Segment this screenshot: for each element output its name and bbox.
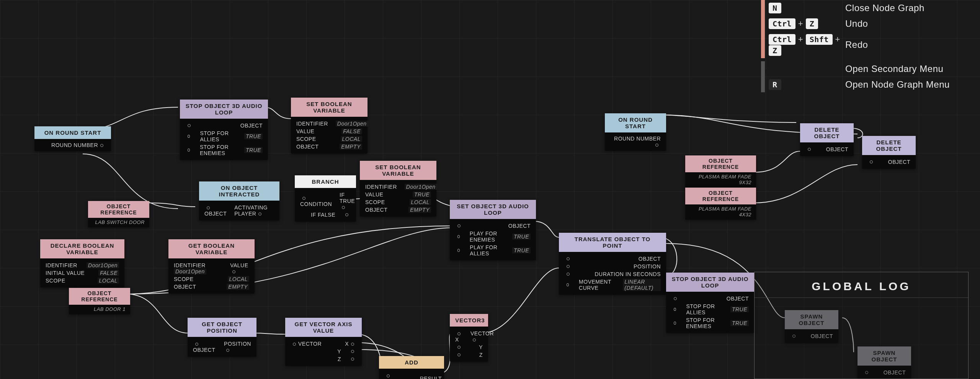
shortcut-row: Open Secondary Menu xyxy=(765,61,975,77)
node-header: ON OBJECT INTERACTED xyxy=(199,181,279,201)
node-header: STOP OBJECT 3D AUDIO LOOP xyxy=(180,100,268,119)
node-object-reference[interactable]: OBJECT REFERENCE PLASMA BEAM FADE 4X32 xyxy=(685,188,756,220)
shortcut-row: Ctrl + Z Undo xyxy=(765,16,975,31)
node-on-round-start[interactable]: ON ROUND START ROUND NUMBER xyxy=(34,126,111,151)
node-header: SET BOOLEAN VARIABLE xyxy=(360,161,436,180)
shortcut-row: R Open Node Graph Menu xyxy=(765,77,975,92)
node-header: OBJECT REFERENCE xyxy=(69,288,130,305)
node-get-object-position[interactable]: GET OBJECT POSITION OBJECTPOSITION xyxy=(188,318,256,357)
node-header: GET BOOLEAN VARIABLE xyxy=(168,239,255,258)
node-header: DECLARE BOOLEAN VARIABLE xyxy=(40,239,124,258)
shortcut-row: Ctrl + Shft + Z Redo xyxy=(765,31,975,58)
node-object-reference[interactable]: OBJECT REFERENCE PLASMA BEAM FADE 9X32 xyxy=(685,155,756,188)
node-set-audio-loop[interactable]: SET OBJECT 3D AUDIO LOOP OBJECT PLAY FOR… xyxy=(450,200,536,260)
node-vector3[interactable]: VECTOR3 XVECTOR Y Z xyxy=(450,314,488,362)
shortcut-label: Redo xyxy=(845,39,868,50)
node-header: GET OBJECT POSITION xyxy=(188,318,256,337)
node-stop-audio-loop[interactable]: STOP OBJECT 3D AUDIO LOOP OBJECT STOP FO… xyxy=(180,100,268,160)
node-get-boolean[interactable]: GET BOOLEAN VARIABLE IDENTIFIER Door1Ope… xyxy=(168,239,255,294)
node-header: TRANSLATE OBJECT TO POINT xyxy=(559,233,666,252)
node-header: OBJECT REFERENCE xyxy=(88,201,149,218)
node-object-reference[interactable]: OBJECT REFERENCE LAB SWITCH DOOR xyxy=(88,201,149,227)
node-header: ON ROUND START xyxy=(34,126,111,139)
node-object-reference[interactable]: OBJECT REFERENCE LAB DOOR 1 xyxy=(69,288,130,314)
shortcut-label: Undo xyxy=(845,18,868,29)
shortcut-label: Open Node Graph Menu xyxy=(845,79,950,90)
node-header: STOP OBJECT 3D AUDIO LOOP xyxy=(666,273,754,292)
node-translate-object[interactable]: TRANSLATE OBJECT TO POINT OBJECT POSITIO… xyxy=(559,233,666,295)
node-header: BRANCH xyxy=(295,175,356,188)
node-declare-boolean[interactable]: DECLARE BOOLEAN VARIABLE IDENTIFIERDoor1… xyxy=(40,239,124,288)
shortcut-label: Close Node Graph xyxy=(845,3,924,13)
node-delete-object[interactable]: DELETE OBJECT OBJECT xyxy=(862,136,916,169)
node-header: ON ROUND START xyxy=(605,113,666,132)
node-header: DELETE OBJECT xyxy=(800,123,854,142)
node-header: VECTOR3 xyxy=(450,314,488,327)
global-log-panel: GLOBAL LOG xyxy=(754,272,969,379)
node-branch[interactable]: BRANCH CONDITIONIF TRUE IF FALSE xyxy=(295,175,356,222)
node-header: SET OBJECT 3D AUDIO LOOP xyxy=(450,200,536,219)
node-header: SET BOOLEAN VARIABLE xyxy=(291,98,368,117)
shortcut-row: N Close Node Graph xyxy=(765,0,975,16)
node-set-boolean[interactable]: SET BOOLEAN VARIABLE IDENTIFIERDoor1Open… xyxy=(291,98,368,154)
node-header: OBJECT REFERENCE xyxy=(685,155,756,172)
node-header: DELETE OBJECT xyxy=(862,136,916,155)
node-set-boolean[interactable]: SET BOOLEAN VARIABLE IDENTIFIERDoor1Open… xyxy=(360,161,436,217)
global-log-title: GLOBAL LOG xyxy=(755,272,968,298)
node-add[interactable]: ADD OPERAND ARESULT OPERAND B xyxy=(379,356,444,379)
node-header: OBJECT REFERENCE xyxy=(685,188,756,204)
shortcut-label: Open Secondary Menu xyxy=(845,64,943,74)
node-on-round-start[interactable]: ON ROUND START ROUND NUMBER xyxy=(605,113,666,151)
node-stop-audio-loop[interactable]: STOP OBJECT 3D AUDIO LOOP OBJECT STOP FO… xyxy=(666,273,754,333)
node-get-vector-axis[interactable]: GET VECTOR AXIS VALUE VECTORX Y Z xyxy=(285,318,362,366)
shortcuts-panel: N Close Node Graph Ctrl + Z Undo Ctrl + … xyxy=(761,0,975,92)
node-on-object-interacted[interactable]: ON OBJECT INTERACTED OBJECTACTIVATING PL… xyxy=(199,181,279,221)
node-header: GET VECTOR AXIS VALUE xyxy=(285,318,362,337)
node-header: ADD xyxy=(379,356,444,369)
node-delete-object[interactable]: DELETE OBJECT OBJECT xyxy=(800,123,854,156)
